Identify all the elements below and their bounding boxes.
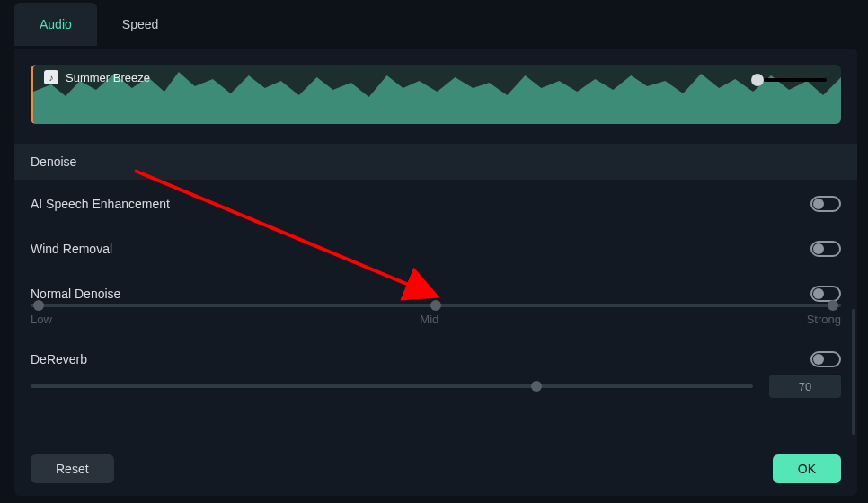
toggle-wind-removal[interactable] <box>810 241 841 257</box>
tabs: Audio Speed <box>14 0 857 49</box>
slider-thumb-mid[interactable] <box>430 300 441 311</box>
track-label: ♪ Summer Breeze <box>44 70 150 84</box>
normal-denoise-slider[interactable] <box>31 304 841 307</box>
reset-button[interactable]: Reset <box>31 454 114 483</box>
section-denoise: Denoise <box>14 144 857 180</box>
ok-button[interactable]: OK <box>773 454 841 483</box>
slider-low-label: Low <box>31 313 52 326</box>
dereverb-slider[interactable] <box>31 384 753 388</box>
volume-handle[interactable] <box>751 74 827 86</box>
slider-thumb-start[interactable] <box>33 300 44 311</box>
music-icon: ♪ <box>44 70 58 84</box>
dereverb-slider-row: 70 <box>31 375 841 398</box>
label-dereverb: DeReverb <box>31 352 87 366</box>
label-wind-removal: Wind Removal <box>31 242 112 256</box>
normal-denoise-slider-wrap: Low Mid Strong <box>31 304 841 335</box>
label-ai-speech: AI Speech Enhancement <box>31 197 170 211</box>
audio-panel: Audio Speed ♪ Summer Breeze Denoise AI S… <box>14 0 857 496</box>
dereverb-value[interactable]: 70 <box>769 375 841 398</box>
footer: Reset OK <box>31 454 841 483</box>
row-dereverb: DeReverb <box>31 335 841 375</box>
toggle-normal-denoise[interactable] <box>810 286 841 302</box>
tab-audio[interactable]: Audio <box>14 3 97 46</box>
label-normal-denoise: Normal Denoise <box>31 287 120 301</box>
slider-thumb-end[interactable] <box>828 300 838 311</box>
row-wind-removal: Wind Removal <box>31 225 841 269</box>
dereverb-thumb[interactable] <box>531 381 542 392</box>
handle-bar <box>764 78 827 82</box>
content-area: ♪ Summer Breeze Denoise AI Speech Enhanc… <box>14 49 857 496</box>
row-ai-speech: AI Speech Enhancement <box>31 180 841 225</box>
slider-mid-label: Mid <box>420 313 438 326</box>
scrollbar[interactable] <box>852 309 855 435</box>
waveform-track[interactable]: ♪ Summer Breeze <box>31 65 841 124</box>
slider-strong-label: Strong <box>807 313 841 326</box>
slider-labels: Low Mid Strong <box>31 313 841 326</box>
track-title: Summer Breeze <box>66 71 150 84</box>
handle-dot <box>751 74 764 86</box>
tab-speed[interactable]: Speed <box>97 3 183 46</box>
toggle-ai-speech[interactable] <box>810 196 841 212</box>
waveform-graphic <box>33 65 841 124</box>
toggle-dereverb[interactable] <box>810 351 841 367</box>
